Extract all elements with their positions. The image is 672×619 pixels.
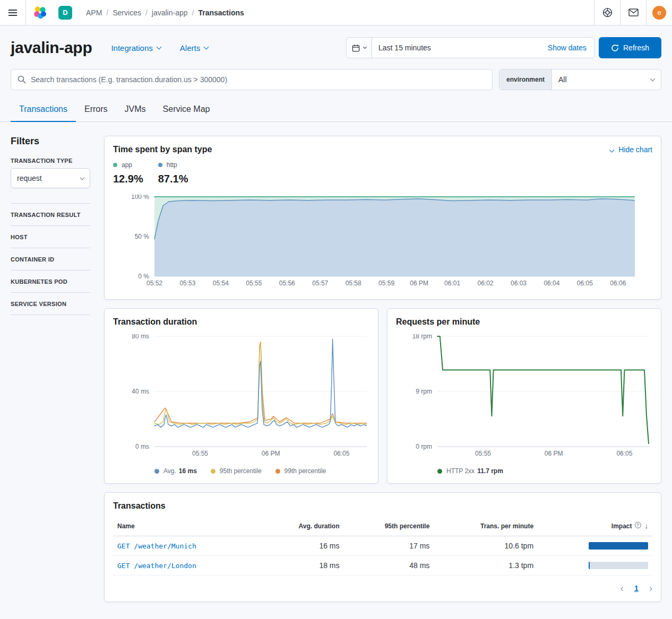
date-quick-select-button[interactable] (347, 38, 372, 58)
hide-chart-button[interactable]: Hide chart (610, 145, 652, 154)
breadcrumb-service-name[interactable]: javalin-app (152, 8, 199, 17)
95th-percentile-value: 17 ms (344, 536, 434, 556)
legend-label-http: http (167, 161, 177, 169)
legend-label-95th: 95th percentile (220, 467, 262, 475)
svg-text:100 %: 100 % (131, 195, 149, 200)
requests-per-minute-title: Requests per minute (396, 317, 652, 327)
user-menu-button[interactable]: e (647, 0, 672, 25)
mail-icon (628, 8, 639, 16)
svg-text:05:52: 05:52 (147, 280, 162, 287)
legend-label-99th: 99th percentile (285, 467, 326, 475)
svg-text:06:05: 06:05 (333, 450, 349, 457)
svg-text:06:01: 06:01 (444, 280, 460, 287)
sort-desc-icon: ↓ (645, 522, 649, 530)
date-picker: Last 15 minutes Show dates (346, 37, 595, 58)
chevron-down-icon (609, 147, 615, 152)
space-switcher[interactable]: D (58, 6, 72, 20)
newsfeed-button[interactable] (621, 0, 646, 25)
transactions-table-title: Transactions (113, 501, 652, 511)
legend-http-2xx: HTTP 2xx 11.7 rpm (437, 467, 503, 475)
menu-button[interactable] (0, 0, 25, 25)
svg-text:05:55: 05:55 (192, 450, 208, 457)
legend-99th: 99th percentile (275, 467, 326, 475)
impact-bar (589, 562, 648, 569)
integrations-label: Integrations (111, 43, 152, 53)
column-name[interactable]: Name (113, 516, 261, 536)
transactions-table-panel: Transactions Name Avg. duration 95th per… (104, 492, 661, 602)
impact-help-icon[interactable]: ? (635, 522, 641, 528)
filters-title: Filters (11, 136, 90, 147)
filter-host[interactable]: HOST (11, 226, 90, 248)
help-icon (602, 7, 613, 18)
table-header-row: Name Avg. duration 95th percentile Trans… (113, 516, 652, 536)
column-impact[interactable]: Impact?↓ (538, 516, 652, 536)
column-trans-per-minute[interactable]: Trans. per minute (434, 516, 538, 536)
transaction-duration-panel: Transaction duration 0 ms40 ms80 ms05:55… (104, 308, 378, 484)
svg-text:18 rpm: 18 rpm (412, 334, 432, 340)
transaction-type-value: request (17, 174, 42, 182)
impact-label: Impact (611, 522, 632, 530)
show-dates-button[interactable]: Show dates (540, 43, 594, 52)
transaction-duration-title: Transaction duration (113, 317, 369, 327)
page-title: javalin-app (11, 39, 92, 57)
tab-jvms[interactable]: JVMs (116, 99, 154, 122)
column-avg-duration[interactable]: Avg. duration (261, 516, 344, 536)
transactions-table: Name Avg. duration 95th percentile Trans… (113, 516, 652, 576)
svg-text:06:02: 06:02 (478, 280, 494, 287)
svg-text:06:06: 06:06 (610, 280, 626, 287)
filters-sidebar: Filters TRANSACTION TYPE request TRANSAC… (11, 136, 90, 315)
calendar-icon (352, 44, 360, 52)
chevron-down-icon (363, 45, 367, 49)
filter-service-version[interactable]: SERVICE VERSION (11, 293, 90, 315)
environment-label: environment (499, 69, 552, 90)
time-range-value[interactable]: Last 15 minutes (372, 43, 540, 52)
environment-select[interactable]: All (552, 69, 661, 90)
table-row: GET /weather/Munich 16 ms 17 ms 10.6 tpm (113, 536, 652, 556)
search-icon (18, 75, 26, 84)
breadcrumb: APM Services javalin-app Transactions (86, 8, 244, 17)
tab-transactions[interactable]: Transactions (11, 99, 76, 122)
svg-text:06:03: 06:03 (511, 280, 527, 287)
breadcrumb-services[interactable]: Services (113, 8, 152, 17)
svg-text:06:05: 06:05 (577, 280, 593, 287)
prev-page-button[interactable]: ‹ (621, 583, 624, 593)
refresh-button[interactable]: Refresh (599, 37, 661, 58)
transaction-type-select[interactable]: request (11, 168, 90, 188)
table-row: GET /weather/London 18 ms 48 ms 1.3 tpm (113, 556, 652, 576)
avg-duration-value: 18 ms (261, 556, 344, 576)
svg-text:06 PM: 06 PM (410, 280, 428, 287)
search-row: environment All (0, 69, 672, 90)
alerts-dropdown[interactable]: Alerts (180, 43, 208, 53)
tab-service-map[interactable]: Service Map (154, 99, 219, 122)
transaction-type-label: TRANSACTION TYPE (11, 158, 90, 164)
legend-label-avg: Avg. (163, 467, 176, 475)
search-transactions-input[interactable] (31, 75, 486, 84)
filter-transaction-result[interactable]: TRANSACTION RESULT (11, 204, 90, 226)
legend-dot-95th (211, 469, 216, 474)
top-bar: D APM Services javalin-app Transactions (0, 0, 672, 25)
time-controls: Last 15 minutes Show dates Refresh (346, 37, 661, 58)
transaction-link[interactable]: GET /weather/London (117, 562, 196, 570)
transaction-duration-chart: 0 ms40 ms80 ms05:5506 PM06:05 (113, 334, 369, 461)
svg-text:05:56: 05:56 (279, 280, 295, 287)
help-button[interactable] (595, 0, 620, 25)
span-type-stats: app 12.9% http 87.1% (113, 161, 652, 185)
legend-label-app: app (122, 161, 132, 169)
avatar: e (652, 6, 666, 20)
alerts-label: Alerts (180, 43, 200, 53)
filter-container-id[interactable]: CONTAINER ID (11, 248, 90, 271)
page-1-button[interactable]: 1 (634, 584, 639, 592)
hamburger-icon (8, 12, 17, 13)
next-page-button[interactable]: › (649, 583, 652, 593)
column-95th-percentile[interactable]: 95th percentile (344, 516, 434, 536)
elastic-logo-icon (33, 6, 47, 19)
svg-text:05:53: 05:53 (179, 280, 195, 287)
elastic-logo[interactable] (26, 6, 54, 19)
tab-errors[interactable]: Errors (76, 99, 116, 122)
legend-dot-avg (154, 469, 159, 474)
breadcrumb-apm[interactable]: APM (86, 8, 113, 17)
transaction-link[interactable]: GET /weather/Munich (117, 542, 196, 550)
span-stat-app: app 12.9% (113, 161, 143, 185)
integrations-dropdown[interactable]: Integrations (111, 43, 160, 53)
filter-kubernetes-pod[interactable]: KUBERNETES POD (11, 271, 90, 293)
